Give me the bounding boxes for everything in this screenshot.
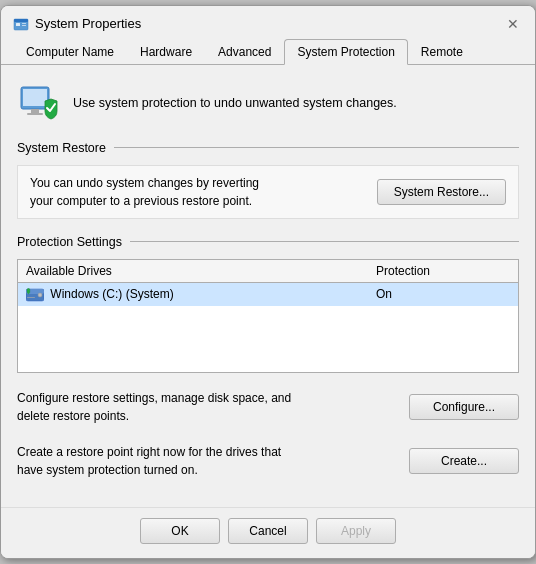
intro-section: Use system protection to undo unwanted s… [17,81,519,125]
drives-table: Available Drives Protection [17,259,519,373]
svg-rect-8 [27,113,43,115]
hdd-icon [26,287,50,301]
svg-point-11 [38,293,42,297]
cancel-button[interactable]: Cancel [228,518,308,544]
window-icon [13,16,29,32]
intro-text: Use system protection to undo unwanted s… [73,96,397,110]
drive-protection-status: On [368,282,519,306]
tab-hardware[interactable]: Hardware [127,39,205,65]
system-properties-dialog: System Properties ✕ Computer Name Hardwa… [0,5,536,559]
tab-advanced[interactable]: Advanced [205,39,284,65]
svg-rect-6 [23,89,47,106]
protection-settings-title: Protection Settings [17,235,122,249]
system-restore-description: You can undo system changes by reverting… [30,174,259,210]
svg-rect-4 [22,25,26,26]
create-row: Create a restore point right now for the… [17,439,519,483]
configure-button[interactable]: Configure... [409,394,519,420]
create-button[interactable]: Create... [409,448,519,474]
drive-name: Windows (C:) (System) [18,282,368,306]
system-restore-title: System Restore [17,141,106,155]
configure-description: Configure restore settings, manage disk … [17,389,291,425]
col-protection: Protection [368,259,519,282]
table-row[interactable]: Windows (C:) (System) On [18,282,519,306]
system-restore-section: System Restore You can undo system chang… [17,141,519,219]
table-row-empty-1 [18,306,519,328]
col-available-drives: Available Drives [18,259,368,282]
system-restore-row: You can undo system changes by reverting… [17,165,519,219]
system-protection-icon [17,81,61,125]
table-row-empty-3 [18,350,519,373]
svg-rect-7 [31,109,39,113]
configure-row: Configure restore settings, manage disk … [17,385,519,429]
tab-content: Use system protection to undo unwanted s… [1,65,535,507]
create-description: Create a restore point right now for the… [17,443,281,479]
svg-rect-3 [22,23,26,24]
system-restore-button[interactable]: System Restore... [377,179,506,205]
svg-rect-2 [16,23,20,26]
ok-button[interactable]: OK [140,518,220,544]
tab-system-protection[interactable]: System Protection [284,39,407,65]
system-restore-header: System Restore [17,141,519,155]
protection-settings-section: Protection Settings Available Drives Pro… [17,235,519,483]
apply-button[interactable]: Apply [316,518,396,544]
svg-rect-1 [14,19,28,22]
window-title: System Properties [35,16,141,31]
section-divider [114,147,519,148]
svg-rect-12 [27,297,35,298]
close-button[interactable]: ✕ [503,14,523,34]
section-divider-2 [130,241,519,242]
tab-bar: Computer Name Hardware Advanced System P… [1,34,535,65]
title-bar: System Properties ✕ [1,6,535,34]
tab-computer-name[interactable]: Computer Name [13,39,127,65]
protection-settings-header: Protection Settings [17,235,519,249]
table-row-empty-2 [18,328,519,350]
dialog-footer: OK Cancel Apply [1,507,535,558]
tab-remote[interactable]: Remote [408,39,476,65]
